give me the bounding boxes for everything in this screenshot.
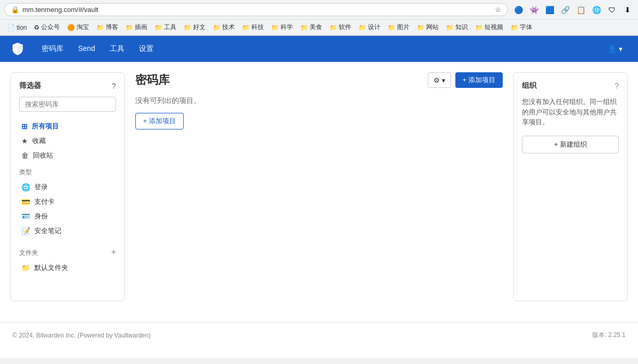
bookmark-icon: 📁 xyxy=(511,24,518,31)
footer-version: 版本: 2.25.1 xyxy=(592,331,626,340)
bookmark-label: 图片 xyxy=(397,23,410,32)
bookmark-icon: 📁 xyxy=(125,24,133,31)
bookmark-zhishi[interactable]: 📁 知识 xyxy=(443,22,471,33)
bookmark-label: 网站 xyxy=(426,23,439,32)
gear-button[interactable]: ⚙ ▾ xyxy=(428,72,451,88)
bookmark-icon: 📁 xyxy=(242,24,250,31)
org-panel-title: 组织 xyxy=(522,81,537,90)
vault-header-actions: ⚙ ▾ + 添加项目 xyxy=(428,72,503,88)
org-help-icon[interactable]: ? xyxy=(615,82,619,90)
bookmark-haowen[interactable]: 📁 好文 xyxy=(181,22,209,33)
sidebar-item-identity[interactable]: 🪪 身份 xyxy=(19,209,116,224)
bookmark-label: 知识 xyxy=(455,23,468,32)
bookmark-label: 工具 xyxy=(164,23,176,32)
vault-main: 密码库 ⚙ ▾ + 添加项目 没有可列出的项目。 + 添加项目 xyxy=(135,72,503,301)
footer-copyright: © 2024, Bitwarden Inc. (Powered by Vault… xyxy=(12,332,150,339)
nav-send[interactable]: Send xyxy=(72,41,101,57)
bookmark-icon: 📁 xyxy=(155,24,162,31)
nav-mima-ku[interactable]: 密码库 xyxy=(35,41,70,57)
extension-icon-1[interactable]: 🔵 xyxy=(512,4,525,16)
sidebar-item-trash[interactable]: 🗑 回收站 xyxy=(19,148,116,163)
account-chevron-icon: ▾ xyxy=(619,45,622,53)
bookmark-label: 淘宝 xyxy=(76,23,89,32)
add-item-secondary-button[interactable]: + 添加项目 xyxy=(135,113,184,129)
gear-icon: ⚙ xyxy=(433,76,440,84)
bookmark-chahua[interactable]: 📁 插画 xyxy=(122,22,150,33)
bookmark-gongju[interactable]: 📁 工具 xyxy=(151,22,180,33)
bookmark-ziti[interactable]: 📁 字体 xyxy=(507,22,535,33)
bookmark-icon: 📁 xyxy=(446,24,454,31)
extension-icon-2[interactable]: 👾 xyxy=(528,4,540,16)
bookmark-jishu[interactable]: 📁 技术 xyxy=(210,22,238,33)
top-nav: 密码库 Send 工具 设置 👤 ▾ xyxy=(0,36,638,62)
bookmark-gongzhonghao[interactable]: ♻ 公众号 xyxy=(31,22,63,33)
sidebar-help-icon[interactable]: ? xyxy=(111,82,116,90)
bookmark-tupian[interactable]: 📁 图片 xyxy=(385,22,413,33)
org-description: 您没有加入任何组织。同一组织的用户可以安全地与其他用户共享项目。 xyxy=(522,97,619,127)
bookmark-wangzhan[interactable]: 📁 网站 xyxy=(414,22,442,33)
folders-section-label: 文件夹 xyxy=(19,249,38,257)
sidebar-item-all[interactable]: ⊞ 所有项目 xyxy=(19,119,116,134)
bookmark-label: 软件 xyxy=(339,23,351,32)
sidebar-item-default-folder-label: 默认文件夹 xyxy=(34,263,68,272)
bookmark-notion[interactable]: 📄 tion xyxy=(4,23,30,32)
bookmark-icon: 📁 xyxy=(417,24,425,31)
bookmark-taobao[interactable]: 🟠 淘宝 xyxy=(64,22,92,33)
extension-icon-4[interactable]: 🔗 xyxy=(559,4,571,16)
add-item-primary-button[interactable]: + 添加项目 xyxy=(455,72,503,88)
vault-title: 密码库 xyxy=(135,72,170,88)
sidebar: 筛选器 ? ⊞ 所有项目 ★ 收藏 🗑 回收站 类型 🌐 登录 xyxy=(10,72,125,301)
bookmark-label: 设计 xyxy=(368,23,380,32)
bookmark-label: 公众号 xyxy=(41,23,60,32)
browser-chrome: 🔒 mm.tenmeng.com/#/vault ☆ 🔵 👾 🟦 🔗 📋 🌐 🛡… xyxy=(0,0,638,36)
extension-icon-6[interactable]: 🌐 xyxy=(590,4,603,16)
extension-icon-8[interactable]: ⬇ xyxy=(621,4,634,16)
bookmark-boke[interactable]: 📁 博客 xyxy=(93,22,121,33)
sidebar-item-trash-label: 回收站 xyxy=(33,151,53,160)
bookmark-label: 美食 xyxy=(310,23,322,32)
bookmark-meishi[interactable]: 📁 美食 xyxy=(297,22,325,33)
extension-icon-3[interactable]: 🟦 xyxy=(543,4,556,16)
nav-right: 👤 ▾ xyxy=(603,42,628,56)
bookmark-kexue[interactable]: 📁 科学 xyxy=(268,22,296,33)
add-folder-button[interactable]: + xyxy=(111,248,116,257)
bookmark-duanshipin[interactable]: 📁 短视频 xyxy=(472,22,506,33)
sidebar-item-card-label: 支付卡 xyxy=(34,197,55,206)
sidebar-item-default-folder[interactable]: 📁 默认文件夹 xyxy=(19,261,116,275)
gear-chevron-icon: ▾ xyxy=(442,76,445,84)
bookmark-label: 科技 xyxy=(251,23,264,32)
nav-gongju[interactable]: 工具 xyxy=(104,41,131,57)
bookmark-ruanjian[interactable]: 📁 软件 xyxy=(326,22,354,33)
sidebar-item-note-label: 安全笔记 xyxy=(34,226,61,236)
security-icon: 🔒 xyxy=(11,6,19,14)
bookmark-icon: ♻ xyxy=(34,24,40,31)
sidebar-item-card[interactable]: 💳 支付卡 xyxy=(19,194,116,209)
bookmark-icon: 📁 xyxy=(271,24,279,31)
grid-icon: ⊞ xyxy=(21,122,28,131)
sidebar-item-note[interactable]: 📝 安全笔记 xyxy=(19,224,116,238)
sidebar-item-favorites-label: 收藏 xyxy=(32,136,46,146)
url-bar[interactable]: 🔒 mm.tenmeng.com/#/vault ☆ xyxy=(4,3,508,16)
bookmark-icon: 📄 xyxy=(7,24,15,31)
bookmark-icon: 📁 xyxy=(329,24,337,31)
bookmark-sheji[interactable]: 📁 设计 xyxy=(355,22,384,33)
folder-header: 文件夹 + xyxy=(19,243,116,261)
extension-icon-5[interactable]: 📋 xyxy=(575,4,587,16)
bookmark-label: tion xyxy=(17,24,27,31)
empty-message: 没有可列出的项目。 xyxy=(135,96,503,106)
star-icon[interactable]: ☆ xyxy=(495,6,501,14)
logo-area xyxy=(10,42,25,56)
new-org-button[interactable]: + 新建组织 xyxy=(522,136,619,153)
extension-icon-7[interactable]: 🛡 xyxy=(606,4,618,16)
bookmark-label: 插画 xyxy=(135,23,147,32)
account-icon: 👤 xyxy=(608,45,617,53)
sidebar-item-favorites[interactable]: ★ 收藏 xyxy=(19,134,116,148)
sidebar-item-login[interactable]: 🌐 登录 xyxy=(19,180,116,194)
account-button[interactable]: 👤 ▾ xyxy=(603,42,628,56)
search-input[interactable] xyxy=(19,97,116,112)
nav-shezhi[interactable]: 设置 xyxy=(133,41,160,57)
bookmark-icon: 📁 xyxy=(359,24,366,31)
bookmark-icon: 📁 xyxy=(213,24,221,31)
trash-icon: 🗑 xyxy=(21,151,29,160)
bookmark-keji[interactable]: 📁 科技 xyxy=(239,22,267,33)
